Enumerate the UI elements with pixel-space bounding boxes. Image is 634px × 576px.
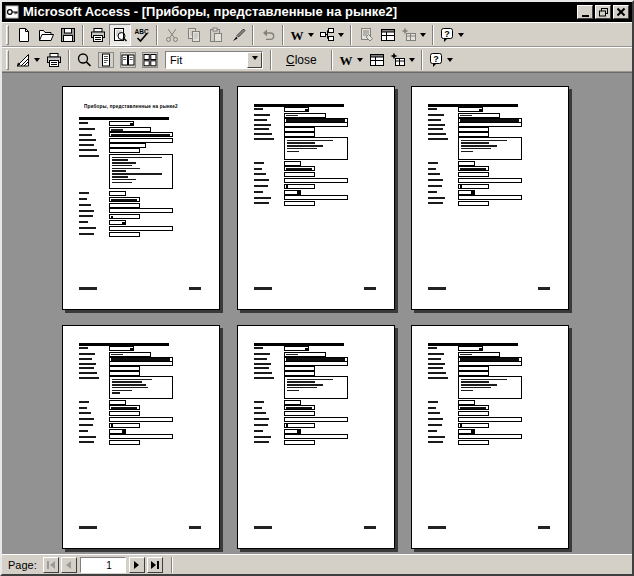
one-page-button[interactable] (95, 49, 117, 71)
zoom-button[interactable] (73, 49, 95, 71)
memo-line (461, 145, 497, 147)
field-label (428, 441, 443, 443)
report-header-rule (79, 117, 169, 120)
close-preview-button[interactable]: Close (278, 50, 325, 70)
report-page-3[interactable] (411, 86, 569, 310)
new-object-button[interactable] (399, 24, 429, 46)
memo-box (458, 137, 522, 160)
zoom-level-dropdown-button[interactable] (247, 52, 262, 68)
minimize-button[interactable] (577, 5, 593, 19)
report-page-1[interactable]: Приборы, представленные на рынке2 (62, 86, 220, 310)
open-button[interactable] (35, 24, 57, 46)
field-box (284, 346, 309, 351)
analyze-dropdown-arrow[interactable] (338, 33, 344, 40)
footer-left-text (79, 287, 97, 290)
page-number-input[interactable]: 1 (80, 557, 126, 573)
field-label (254, 418, 269, 420)
copy-button[interactable] (183, 24, 205, 46)
field-box (458, 346, 483, 351)
new-button[interactable] (13, 24, 35, 46)
statusbar-separator (171, 557, 173, 573)
field-box (109, 143, 146, 148)
help-button[interactable] (437, 24, 467, 46)
format-painter-button[interactable] (227, 24, 249, 46)
next-page-button[interactable] (129, 557, 145, 573)
dropdown-marker (305, 109, 308, 112)
analyze-button[interactable] (317, 24, 347, 46)
field-box (458, 440, 489, 445)
help-button[interactable] (426, 49, 456, 71)
toolbar-grip[interactable] (6, 50, 9, 70)
field-label (79, 144, 94, 146)
field-box (458, 107, 483, 112)
footer-left-text (79, 526, 97, 529)
view-button[interactable] (13, 49, 43, 71)
restore-icon (599, 8, 608, 17)
zoomglass-icon (76, 52, 92, 68)
access-app-icon[interactable] (5, 5, 19, 19)
dropdown-marker (130, 123, 133, 126)
new-object-button[interactable] (388, 49, 418, 71)
open-icon (38, 27, 54, 43)
field-label (79, 407, 87, 409)
save-button[interactable] (57, 24, 79, 46)
print-preview-button[interactable] (109, 24, 131, 46)
newobject-icon (401, 27, 417, 43)
toolbar-separator (82, 25, 84, 45)
field-box (109, 127, 151, 132)
memo-line (461, 140, 507, 142)
last-page-button[interactable] (147, 557, 163, 573)
report-page-5[interactable] (237, 325, 395, 549)
database-window-button[interactable] (377, 24, 399, 46)
zoom-level-combobox[interactable]: Fit (165, 51, 263, 69)
field-box (284, 423, 315, 428)
field-text (460, 185, 462, 188)
new-object-dropdown-arrow[interactable] (420, 33, 426, 40)
spelling-button[interactable] (131, 24, 153, 46)
database-window-button[interactable] (366, 49, 388, 71)
memo-line (287, 145, 323, 147)
field-label (428, 367, 443, 369)
two-pages-button[interactable] (117, 49, 139, 71)
print-preview-area: Приборы, представленные на рынке2 (2, 72, 632, 554)
office-links-dropdown-arrow[interactable] (357, 58, 363, 65)
field-label (254, 185, 268, 187)
cut-button[interactable] (161, 24, 183, 46)
field-label (428, 407, 436, 409)
print-button[interactable] (87, 24, 109, 46)
field-box (109, 232, 140, 237)
report-page-2[interactable] (237, 86, 395, 310)
print-button[interactable] (43, 49, 65, 71)
memo-line (287, 384, 323, 386)
memo-line (461, 381, 489, 383)
toolbar-grip[interactable] (6, 25, 9, 45)
field-label (79, 418, 94, 420)
field-label (254, 197, 271, 199)
view-dropdown-arrow[interactable] (34, 58, 40, 65)
new-object-dropdown-arrow[interactable] (409, 58, 415, 65)
field-label (79, 436, 96, 438)
memo-line (112, 176, 128, 178)
office-links-dropdown-arrow[interactable] (308, 33, 314, 40)
report-page-6[interactable] (411, 325, 569, 549)
help-dropdown-arrow[interactable] (458, 33, 464, 40)
paste-button[interactable] (205, 24, 227, 46)
memo-line (112, 381, 142, 383)
footer-left-text (254, 526, 272, 529)
close-button[interactable] (613, 5, 629, 19)
office-links-button[interactable] (287, 24, 317, 46)
field-box (458, 434, 522, 439)
field-label (254, 162, 264, 164)
help-dropdown-arrow[interactable] (447, 58, 453, 65)
field-label (254, 191, 263, 193)
field-label (79, 139, 96, 141)
undo-button[interactable] (257, 24, 279, 46)
report-page-4[interactable] (62, 325, 220, 549)
field-box (109, 405, 140, 410)
restore-button[interactable] (595, 5, 611, 19)
office-links-button[interactable] (336, 49, 366, 71)
properties-button[interactable] (355, 24, 377, 46)
field-box (458, 201, 489, 206)
field-label (79, 358, 92, 360)
multiple-pages-button[interactable] (139, 49, 161, 71)
